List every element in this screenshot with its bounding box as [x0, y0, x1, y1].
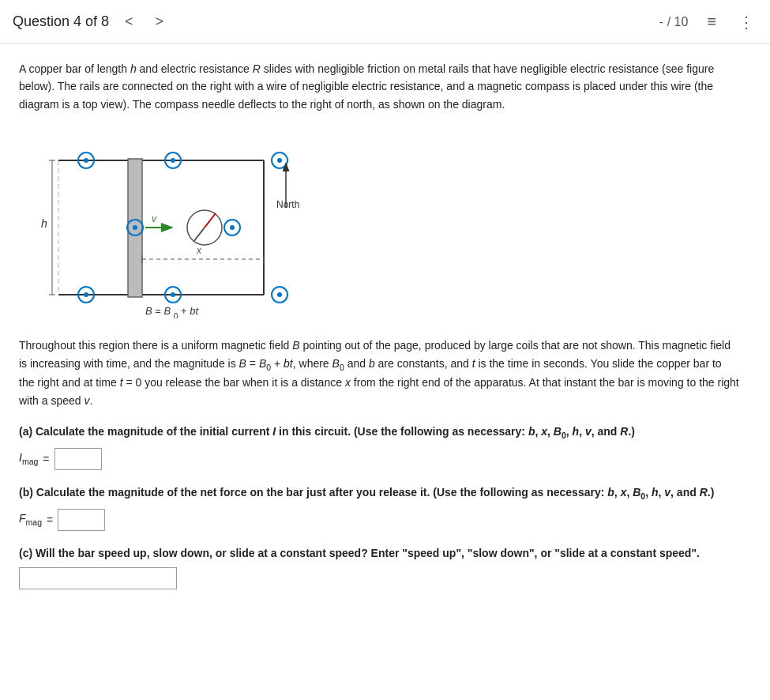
svg-text:B
         = 
        B
      : B = B 0 + bt [145, 305, 199, 318]
header: Question 4 of 8 < > - / 10 ≡ ⋮ [0, 0, 770, 44]
svg-text:v: v [152, 213, 157, 224]
part-a-label: (a) Calculate the magnitude of the initi… [19, 425, 739, 440]
svg-point-14 [277, 158, 282, 163]
score-display: - / 10 [659, 15, 688, 29]
diagram-container: h v [35, 137, 335, 318]
part-c-answer-row [19, 567, 739, 589]
fmag-label: Fmag [19, 512, 42, 527]
svg-point-12 [171, 158, 175, 163]
fmag-input[interactable] [58, 509, 105, 531]
imag-label: Imag [19, 451, 38, 466]
svg-text:h: h [41, 217, 47, 230]
more-icon-button[interactable]: ⋮ [735, 9, 757, 35]
equals-imag: = [43, 453, 49, 465]
equals-fmag: = [47, 514, 53, 526]
part-c-label: (c) Will the bar speed up, slow down, or… [19, 547, 739, 559]
question-label: Question 4 of 8 [13, 13, 109, 30]
svg-point-16 [84, 292, 88, 297]
nav-forward-button[interactable]: > [149, 10, 171, 33]
svg-text:x: x [196, 245, 202, 256]
header-right: - / 10 ≡ ⋮ [659, 9, 757, 35]
svg-point-22 [133, 225, 137, 230]
svg-point-10 [84, 158, 88, 163]
field-description: Throughout this region there is a unifor… [19, 337, 739, 409]
part-c-input[interactable] [19, 567, 177, 589]
svg-point-29 [230, 225, 235, 230]
svg-point-20 [277, 292, 282, 297]
imag-answer-row: Imag = [19, 448, 739, 470]
svg-text:North: North [276, 199, 299, 210]
list-icon-button[interactable]: ≡ [704, 9, 719, 34]
part-b-label: (b) Calculate the magnitude of the net f… [19, 486, 739, 501]
fmag-answer-row: Fmag = [19, 509, 739, 531]
main-content: A copper bar of length h and electric re… [0, 44, 758, 621]
nav-back-button[interactable]: < [118, 10, 140, 33]
imag-input[interactable] [54, 448, 102, 470]
svg-point-18 [171, 292, 175, 297]
physics-diagram: h v [35, 137, 335, 318]
problem-description: A copper bar of length h and electric re… [19, 60, 739, 113]
header-left: Question 4 of 8 < > [13, 10, 170, 33]
